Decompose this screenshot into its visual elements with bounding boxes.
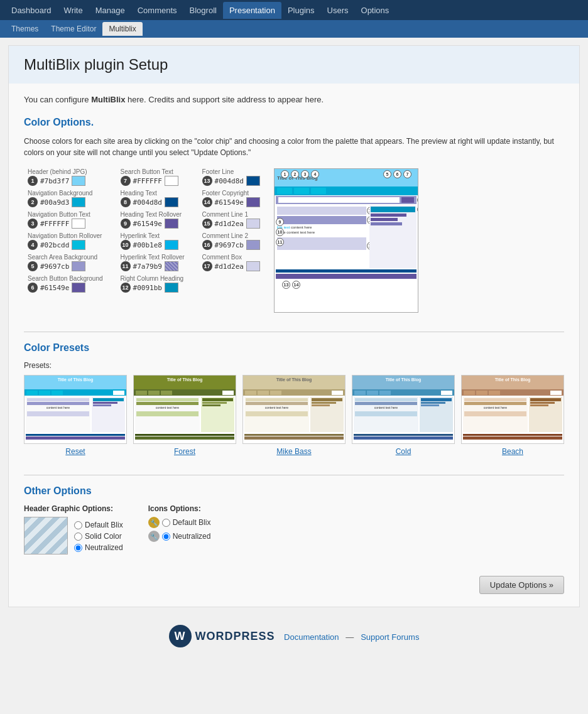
color-item-11: Hyperlink Text Rollover 11 #7a79b9 — [121, 254, 185, 271]
color-number-2: 2 — [28, 197, 38, 207]
nav-options[interactable]: Options — [355, 2, 396, 19]
nav-plugins[interactable]: Plugins — [281, 2, 321, 19]
presets-label: Presets: — [24, 361, 564, 370]
color-label-16: Comment Line 2 — [202, 232, 260, 239]
color-chip-9[interactable] — [165, 219, 178, 229]
page-title: MultiBlix plugin Setup — [9, 46, 579, 84]
color-chip-10[interactable] — [165, 240, 178, 250]
color-chip-2[interactable] — [72, 197, 85, 207]
footer-support-link[interactable]: Support Forums — [361, 632, 419, 642]
color-chip-1[interactable] — [72, 176, 85, 186]
color-number-16: 16 — [202, 240, 212, 250]
header-radio-solid[interactable] — [74, 533, 82, 541]
nav-presentation[interactable]: Presentation — [223, 2, 281, 19]
color-hex-3: #FFFFFF — [40, 220, 69, 228]
color-hex-16: #9697cb — [215, 241, 244, 249]
sub-navigation: Themes Theme Editor Multiblix — [0, 20, 588, 38]
color-item-16: Comment Line 2 16 #9697cb — [202, 232, 260, 250]
color-presets-section: Color Presets Presets: Title of This Blo… — [24, 332, 564, 456]
color-chip-8[interactable] — [165, 197, 178, 207]
header-graphic-label: Header Graphic Options: — [24, 504, 123, 513]
color-chip-17[interactable] — [246, 261, 260, 271]
update-options-button[interactable]: Update Options » — [479, 576, 564, 594]
update-button-row: Update Options » — [24, 570, 564, 594]
preset-thumbnail-mikebass: Title of This Blog content text here — [242, 375, 346, 444]
color-chip-4[interactable] — [72, 240, 85, 250]
nav-dashboard[interactable]: Dashboard — [5, 2, 58, 19]
color-label-13: Footer Line — [202, 168, 260, 175]
color-chip-14[interactable] — [246, 197, 260, 207]
color-number-1: 1 — [28, 176, 38, 186]
color-chip-13[interactable] — [246, 176, 260, 186]
color-chip-3[interactable] — [72, 219, 85, 229]
nav-comments[interactable]: Comments — [131, 2, 183, 19]
color-options-heading: Color Options. — [24, 117, 564, 128]
color-label-5: Search Area Background — [28, 254, 103, 261]
wp-icon: W — [169, 625, 192, 647]
preset-name-reset[interactable]: Reset — [65, 447, 85, 456]
color-number-10: 10 — [121, 240, 131, 250]
color-hex-14: #61549e — [215, 198, 244, 207]
color-hex-5: #9697cb — [40, 262, 69, 271]
color-item-2: Navigation Background 2 #00a9d3 — [28, 190, 103, 207]
preset-beach[interactable]: Title of This Blog content text here — [461, 375, 564, 456]
color-label-4: Navigation Button Rollover — [28, 232, 103, 239]
color-item-3: Navigation Button Text 3 #FFFFFF — [28, 211, 103, 229]
preset-thumbnail-forest: Title of This Blog content text here — [133, 375, 236, 444]
color-chip-11[interactable] — [165, 261, 178, 271]
intro-text: You can configure MultiBlix here. Credit… — [24, 95, 564, 104]
preset-thumbnail-beach: Title of This Blog content text here — [461, 375, 564, 444]
preset-forest[interactable]: Title of This Blog content text here — [133, 375, 236, 456]
color-hex-17: #d1d2ea — [215, 262, 244, 271]
color-chip-7[interactable] — [165, 176, 178, 186]
main-content: MultiBlix plugin Setup You can configure… — [8, 45, 580, 607]
icons-radio-default[interactable] — [162, 519, 170, 527]
color-section-body: Header (behind JPG) 1 #7bd3f7 Navigation… — [24, 168, 564, 313]
preset-name-mikebass[interactable]: Mike Bass — [276, 447, 311, 456]
color-item-4: Navigation Button Rollover 4 #02bcdd — [28, 232, 103, 250]
color-label-10: Hyperlink Text — [121, 232, 185, 239]
color-item-17: Comment Box 17 #d1d2ea — [202, 254, 260, 271]
wordpress-logo: W WordPress — [169, 625, 275, 647]
color-chip-15[interactable] — [246, 219, 260, 229]
color-item-9: Heading Text Rollover 9 #61549e — [121, 211, 185, 229]
color-chip-5[interactable] — [72, 261, 85, 271]
preset-reset[interactable]: Title of This Blog content text here — [24, 375, 127, 456]
other-options-body: Header Graphic Options: Default Blix Sol… — [24, 504, 564, 557]
nav-users[interactable]: Users — [321, 2, 355, 19]
color-chip-6[interactable] — [72, 283, 85, 293]
color-item-5: Search Area Background 5 #9697cb — [28, 254, 103, 271]
color-chip-16[interactable] — [246, 240, 260, 250]
color-label-2: Navigation Background — [28, 190, 103, 197]
color-label-14: Footer Copyright — [202, 190, 260, 197]
footer: W WordPress Documentation — Support Foru… — [0, 615, 588, 657]
color-column-3: Footer Line 13 #004d8d Footer Copyright … — [199, 168, 264, 313]
subnav-themes[interactable]: Themes — [5, 22, 45, 36]
footer-documentation-link[interactable]: Documentation — [284, 632, 339, 642]
color-item-12: Right Column Heading 12 #0091bb — [121, 275, 185, 293]
color-chip-12[interactable] — [165, 283, 178, 293]
preset-name-forest[interactable]: Forest — [174, 447, 195, 456]
color-number-15: 15 — [202, 219, 212, 229]
icons-radio-neutralized[interactable] — [162, 533, 170, 541]
color-number-13: 13 — [202, 176, 212, 186]
color-number-5: 5 — [28, 261, 38, 271]
preset-name-beach[interactable]: Beach — [502, 447, 523, 456]
nav-write[interactable]: Write — [58, 2, 89, 19]
subnav-multiblix[interactable]: Multiblix — [102, 22, 142, 36]
preset-name-cold[interactable]: Cold — [396, 447, 411, 456]
nav-manage[interactable]: Manage — [89, 2, 131, 19]
icons-options: Icons Options: 🔧 Default Blix 🔧 Neutrali… — [148, 504, 211, 557]
preset-mikebass[interactable]: Title of This Blog content text here — [242, 375, 346, 456]
icon-preview-neutralized: 🔧 — [148, 531, 160, 542]
header-radio-default[interactable] — [74, 521, 82, 529]
subnav-theme-editor[interactable]: Theme Editor — [45, 22, 102, 36]
color-number-9: 9 — [121, 219, 131, 229]
preset-cold[interactable]: Title of This Blog content text here — [352, 375, 455, 456]
color-number-4: 4 — [28, 240, 38, 250]
header-option-default: Default Blix — [74, 521, 123, 529]
color-hex-8: #004d8d — [133, 198, 162, 207]
nav-blogroll[interactable]: Blogroll — [183, 2, 223, 19]
header-radio-neutralized[interactable] — [74, 544, 82, 552]
color-number-11: 11 — [121, 261, 131, 271]
